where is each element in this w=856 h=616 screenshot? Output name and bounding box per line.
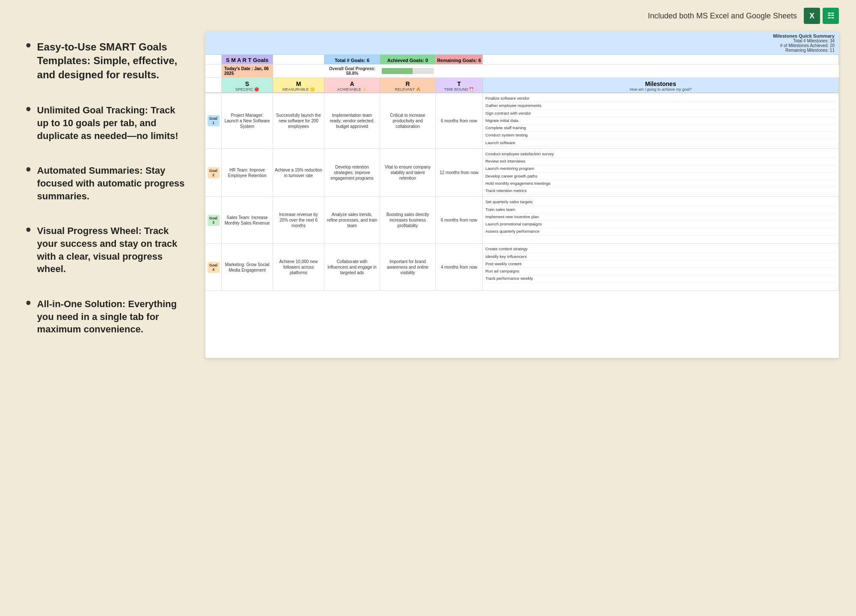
goal-row-1: Goal1 Project Manager: Launch a New Soft… xyxy=(205,93,839,149)
col-hdr-milestones: Milestones How am I going to achieve my … xyxy=(483,78,839,92)
milestone-item: Sign contract with vendor xyxy=(485,110,836,117)
sheets-icon: ☷ xyxy=(823,8,839,24)
milestone-item: Migrate initial data xyxy=(485,117,836,124)
goal-r-3: Boosting sales directly increases busine… xyxy=(380,197,436,243)
progress-bar-bg xyxy=(382,68,434,74)
milestone-item: Launch mentoring program xyxy=(485,165,836,172)
goal-r-1: Critical to increase productivity and co… xyxy=(380,93,436,148)
goal-label-cell-2: Goal2 xyxy=(205,149,222,197)
progress-bar-fill xyxy=(382,68,413,74)
goal-label-cell-3: Goal3 xyxy=(205,197,222,243)
bullet-dot: • xyxy=(26,295,31,311)
top-bullet-text: Easy-to-Use SMART Goals Templates: Simpl… xyxy=(37,40,188,82)
bullet-dot: • xyxy=(26,162,31,177)
milestone-item: Gather employee requirements xyxy=(485,102,836,110)
goal-t-2: 12 months from now xyxy=(436,149,483,197)
goal-badge-4: Goal4 xyxy=(208,262,220,273)
goal-r-4: Important for brand awareness and online… xyxy=(380,244,436,290)
goal-milestones-1: Finalize software vendorGather employee … xyxy=(483,93,839,148)
bullet-item-all-in-one: • All-in-One Solution: Everything you ne… xyxy=(26,298,188,336)
bullet-item-tracking: • Unlimited Goal Tracking: Track up to 1… xyxy=(26,104,188,142)
ms-achieved: # of Milestones Achieved: 20 xyxy=(773,43,835,48)
achieved-goals-label: Achieved Goals: 0 xyxy=(380,55,436,64)
ms-title: Milestones Quick Summary xyxy=(773,33,835,38)
progress-label: Overall Goal Progress: 58.8% xyxy=(324,65,380,77)
header-bar: Included both MS Excel and Google Sheets… xyxy=(0,0,856,27)
milestone-item: Conduct system testing xyxy=(485,132,836,139)
top-bullet-dot: • xyxy=(26,38,31,53)
milestone-item: Assess quarterly performance xyxy=(485,228,836,235)
bullet-text: Unlimited Goal Tracking: Track up to 10 … xyxy=(37,104,188,142)
col-hdr-r: R RELEVANT 🔥 xyxy=(380,78,436,92)
col-hdr-m: M MEASURABLE 🟡 xyxy=(273,78,324,92)
goal-badge-1: Goal1 xyxy=(208,115,220,126)
milestone-item: Launch software xyxy=(485,139,836,147)
col-hdr-t: T TIME BOUND ⏰ xyxy=(436,78,483,92)
main-layout: • Easy-to-Use SMART Goals Templates: Sim… xyxy=(0,27,856,367)
goal-badge-3: Goal3 xyxy=(208,215,220,226)
milestone-item: Review exit interviews xyxy=(485,158,836,165)
milestone-item: Train sales team xyxy=(485,206,836,213)
bullet-text: All-in-One Solution: Everything you need… xyxy=(37,298,188,336)
goal-t-1: 6 months from now xyxy=(436,93,483,148)
header-included-text: Included both MS Excel and Google Sheets xyxy=(648,12,797,21)
milestone-item: Track performance weekly xyxy=(485,275,836,282)
bullet-text: Visual Progress Wheel: Track your succes… xyxy=(37,225,188,275)
goal-m-3: Increase revenue by 20% over the next 6 … xyxy=(273,197,324,243)
goal-m-2: Achieve a 15% reduction in turnover rate xyxy=(273,149,324,197)
goals-container: Goal1 Project Manager: Launch a New Soft… xyxy=(205,93,839,291)
hdr-spacer-m xyxy=(273,55,324,64)
bullet-dot: • xyxy=(26,222,31,237)
milestone-item: Launch promotional campaigns xyxy=(485,221,836,228)
bullet-item-summaries: • Automated Summaries: Stay focused with… xyxy=(26,164,188,202)
bullet-dot: • xyxy=(26,101,31,117)
excel-icon: X xyxy=(804,8,820,24)
left-panel: • Easy-to-Use SMART Goals Templates: Sim… xyxy=(26,32,188,358)
progress-bar-cell xyxy=(380,65,436,77)
goal-a-1: Implementation team ready; vendor select… xyxy=(324,93,380,148)
milestone-item: Set quarterly sales targets xyxy=(485,198,836,206)
goal-a-2: Develop retention strategies; improve en… xyxy=(324,149,380,197)
milestone-item: Post weekly content xyxy=(485,261,836,268)
goal-milestones-4: Create content strategyIdentify key infl… xyxy=(483,244,839,290)
remaining-goals-label: Remaining Goals: 6 xyxy=(436,55,483,64)
goal-a-4: Collaborate with influencers and engage … xyxy=(324,244,380,290)
spreadsheet-panel: Milestones Quick Summary Total # Milesto… xyxy=(205,32,839,358)
milestone-item: Create content strategy xyxy=(485,246,836,253)
col-hdr-a: A ACHIEVABLE ⚡ xyxy=(324,78,380,92)
goal-s-3: Sales Team: Increase Monthly Sales Reven… xyxy=(222,197,273,243)
milestone-item: Hold monthly engagement meetings xyxy=(485,180,836,187)
total-goals-label: Total # Goals: 6 xyxy=(324,55,380,64)
goal-milestones-2: Conduct employee satisfaction surveyRevi… xyxy=(483,149,839,197)
smart-goals-title: S M A R T Goals xyxy=(222,55,273,64)
milestone-item: Implement new incentive plan xyxy=(485,213,836,221)
goal-label-cell-4: Goal4 xyxy=(205,244,222,290)
goal-r-2: Vital to ensure company stability and ta… xyxy=(380,149,436,197)
milestone-item: Track retention metrics xyxy=(485,187,836,195)
goal-badge-2: Goal2 xyxy=(208,167,220,178)
goal-t-4: 4 months from now xyxy=(436,244,483,290)
ms-total: Total # Milestones: 34 xyxy=(773,38,835,43)
milestone-item: Develop career growth paths xyxy=(485,173,836,180)
date-cell: Today's Date : Jan, 06 2025 xyxy=(222,65,273,77)
milestone-item: Finalize software vendor xyxy=(485,95,836,102)
goal-label-cell-1: Goal1 xyxy=(205,93,222,148)
goal-row-2: Goal2 HR Team: Improve Employee Retentio… xyxy=(205,149,839,197)
goal-row-3: Goal3 Sales Team: Increase Monthly Sales… xyxy=(205,197,839,244)
bullet-text: Automated Summaries: Stay focused with a… xyxy=(37,164,188,202)
goal-row-4: Goal4 Marketing: Grow Social Media Engag… xyxy=(205,244,839,291)
bullet-item-wheel: • Visual Progress Wheel: Track your succ… xyxy=(26,225,188,275)
goal-milestones-3: Set quarterly sales targetsTrain sales t… xyxy=(483,197,839,243)
milestone-item: Conduct employee satisfaction survey xyxy=(485,151,836,158)
goal-s-4: Marketing: Grow Social Media Engagement xyxy=(222,244,273,290)
milestone-item: Identify key influencers xyxy=(485,253,836,261)
goal-m-4: Achieve 10,000 new followers across plat… xyxy=(273,244,324,290)
goal-a-3: Analyze sales trends, refine processes, … xyxy=(324,197,380,243)
bullets-container: • Unlimited Goal Tracking: Track up to 1… xyxy=(26,104,188,336)
milestone-item: Complete staff training xyxy=(485,124,836,132)
goal-t-3: 6 months from now xyxy=(436,197,483,243)
goal-m-1: Successfully launch the new software for… xyxy=(273,93,324,148)
goal-s-1: Project Manager: Launch a New Software S… xyxy=(222,93,273,148)
top-bullet-item: • Easy-to-Use SMART Goals Templates: Sim… xyxy=(26,40,188,82)
ms-remaining: Remaining Milestones: 11 xyxy=(773,48,835,53)
